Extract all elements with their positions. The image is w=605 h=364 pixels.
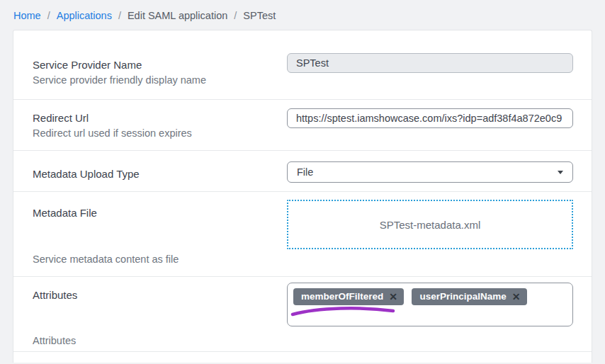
attribute-tag-label: memberOfFiltered [301, 291, 383, 302]
edit-saml-application-form: Service Provider Name Service provider f… [13, 30, 592, 363]
attributes-row: Attributes Attributes memberOfFiltered ✕… [13, 277, 592, 352]
chevron-down-icon [558, 171, 563, 174]
attributes-control: memberOfFiltered ✕ userPrincipalName ✕ [287, 277, 573, 351]
attributes-help: Attributes [33, 335, 287, 346]
metadata-upload-type-row: Metadata Upload Type File [13, 151, 592, 192]
attribute-tag-userPrincipalName: userPrincipalName ✕ [412, 288, 526, 305]
breadcrumb-separator: / [234, 10, 237, 21]
breadcrumb-home-link[interactable]: Home [13, 10, 41, 21]
redirect-url-input[interactable] [287, 108, 573, 128]
redirect-url-help: Redirect url used if session expires [33, 127, 287, 139]
metadata-file-label: Metadata File [33, 207, 287, 219]
service-provider-name-control [287, 30, 573, 99]
breadcrumb-applications-link[interactable]: Applications [57, 10, 112, 21]
purple-underline-annotation [289, 305, 397, 318]
attributes-label-group: Attributes Attributes [33, 277, 287, 351]
service-provider-name-label-group: Service Provider Name Service provider f… [33, 30, 287, 99]
service-provider-name-help: Service provider friendly display name [33, 74, 287, 86]
metadata-upload-type-control: File [287, 151, 573, 191]
service-provider-name-label: Service Provider Name [33, 59, 287, 71]
service-provider-name-row: Service Provider Name Service provider f… [13, 30, 592, 100]
breadcrumb: Home / Applications / Edit SAML applicat… [0, 0, 605, 30]
attributes-tag-input[interactable]: memberOfFiltered ✕ userPrincipalName ✕ [287, 283, 573, 326]
attribute-tag-label: userPrincipalName [419, 291, 506, 302]
redirect-url-label: Redirect Url [33, 112, 287, 124]
service-provider-name-input[interactable] [287, 53, 573, 73]
redirect-url-label-group: Redirect Url Redirect url used if sessio… [33, 100, 287, 150]
redirect-url-control [287, 100, 573, 150]
metadata-file-control: SPTest-metadata.xml [287, 192, 573, 276]
metadata-file-label-group: Metadata File Service metadata content a… [33, 192, 287, 276]
remove-attribute-icon[interactable]: ✕ [512, 292, 521, 302]
attribute-tag-memberOfFiltered: memberOfFiltered ✕ [293, 288, 404, 305]
breadcrumb-sptest: SPTest [243, 10, 276, 21]
metadata-file-dropzone[interactable]: SPTest-metadata.xml [287, 200, 573, 249]
metadata-file-row: Metadata File Service metadata content a… [13, 192, 592, 277]
breadcrumb-edit-saml-application: Edit SAML application [128, 10, 227, 21]
attributes-label: Attributes [33, 289, 287, 301]
metadata-upload-type-label: Metadata Upload Type [33, 168, 287, 180]
metadata-upload-type-label-group: Metadata Upload Type [33, 151, 287, 191]
metadata-upload-type-selected-value: File [297, 166, 313, 178]
redirect-url-row: Redirect Url Redirect url used if sessio… [13, 100, 592, 151]
metadata-file-name: SPTest-metadata.xml [380, 219, 481, 231]
breadcrumb-separator: / [47, 10, 50, 21]
remove-attribute-icon[interactable]: ✕ [389, 292, 397, 302]
metadata-upload-type-select[interactable]: File [287, 161, 573, 183]
metadata-file-help: Service metadata content as file [33, 254, 287, 265]
breadcrumb-separator: / [118, 10, 121, 21]
